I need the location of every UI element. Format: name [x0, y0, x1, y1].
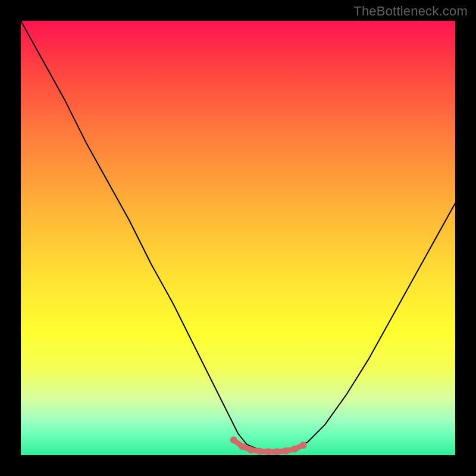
optimal-dot — [256, 447, 264, 455]
optimal-dot — [291, 446, 298, 453]
bottleneck-curve — [21, 21, 455, 452]
optimal-dot — [274, 448, 281, 455]
optimal-dot — [282, 447, 289, 455]
watermark-text: TheBottleneck.com — [353, 4, 468, 19]
optimal-zone-dots — [230, 437, 307, 456]
plot-area — [21, 21, 455, 455]
optimal-dot — [248, 446, 255, 453]
optimal-dot — [300, 441, 307, 449]
curve-layer — [21, 21, 455, 455]
optimal-dot — [230, 437, 237, 444]
chart-frame: TheBottleneck.com — [0, 0, 476, 476]
optimal-dot — [239, 443, 246, 450]
optimal-dot — [265, 448, 272, 455]
